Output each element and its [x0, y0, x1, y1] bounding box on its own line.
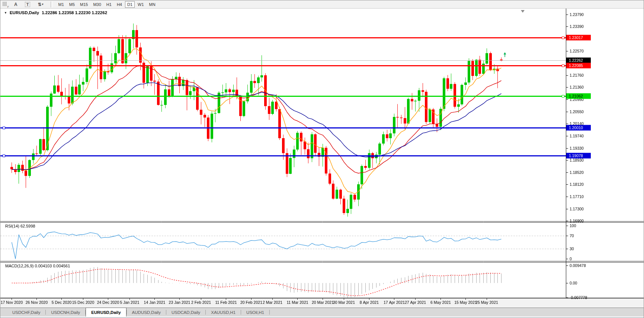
arrows-tool-icon[interactable]: ⇅▾ [35, 1, 46, 8]
font-a-icon[interactable]: A [12, 1, 20, 8]
symbol-tab-usdcnh-daily[interactable]: USDCNH,Daily [46, 308, 85, 317]
chart-symbol-period: EURUSD,Daily [10, 10, 39, 15]
dropdown-caret-icon[interactable]: ▾ [42, 3, 43, 6]
timeframe-button-m15[interactable]: M15 [78, 1, 90, 8]
tab-bar-lead-spacer [0, 308, 7, 317]
timeframe-button-d1[interactable]: D1 [125, 1, 135, 8]
toolbar-drag-handle-grid-icon[interactable] [3, 2, 7, 7]
arrows-glyph: ⇅ [38, 2, 41, 7]
text-tool-icon[interactable]: T [22, 1, 33, 8]
tab-separator [269, 310, 270, 315]
timeframe-button-h1[interactable]: H1 [104, 1, 114, 8]
chart-area: ▼ EURUSD,Daily 1.22286 1.22358 1.22230 1… [0, 9, 644, 308]
symbol-tab-usdcad-daily[interactable]: USDCAD,Daily [166, 308, 205, 317]
rsi-indicator-label: RSI(14) 62.5998 [5, 224, 35, 228]
timeframe-button-group: M1M5M15M30H1H4D1W1MN [55, 1, 158, 8]
symbol-tab-usdchf-daily[interactable]: USDCHF,Daily [7, 308, 45, 317]
toolbar-separator [51, 1, 52, 7]
symbol-tab-audusd-daily[interactable]: AUDUSD,Daily [127, 308, 166, 317]
timeframe-button-mn[interactable]: MN [147, 1, 158, 8]
timeframe-button-m1[interactable]: M1 [56, 1, 66, 8]
chart-title: ▼ EURUSD,Daily 1.22286 1.22358 1.22230 1… [4, 10, 107, 15]
symbol-tab-eurusd-daily[interactable]: EURUSD,Daily [86, 308, 126, 317]
window-bottom-edge [0, 317, 644, 318]
text-tool-glyph: T [25, 2, 31, 7]
symbol-tab-xauusd-h1[interactable]: XAUUSD,H1 [206, 308, 241, 317]
chart-canvas[interactable] [0, 9, 644, 308]
chart-ohlc-values: 1.22286 1.22358 1.22230 1.22262 [42, 10, 107, 15]
symbol-tab-usoil-h1[interactable]: USOil,H1 [241, 308, 269, 317]
terminal-window: A T ⇅▾ M1M5M15M30H1H4D1W1MN ▼ EURUSD,Dai… [0, 0, 644, 318]
timeframe-button-w1[interactable]: W1 [135, 1, 146, 8]
top-toolbar: A T ⇅▾ M1M5M15M30H1H4D1W1MN [0, 0, 644, 9]
timeframe-button-h4[interactable]: H4 [115, 1, 124, 8]
timeframe-button-m5[interactable]: M5 [67, 1, 77, 8]
macd-indicator-label: MACD(12,26,9) 0.004103 0.004561 [5, 264, 70, 268]
timeframe-button-m30[interactable]: M30 [91, 1, 103, 8]
symbol-tab-bar: USDCHF,DailyUSDCNH,DailyEURUSD,DailyAUDU… [0, 308, 644, 317]
chart-dropdown-icon[interactable]: ▼ [4, 11, 7, 15]
